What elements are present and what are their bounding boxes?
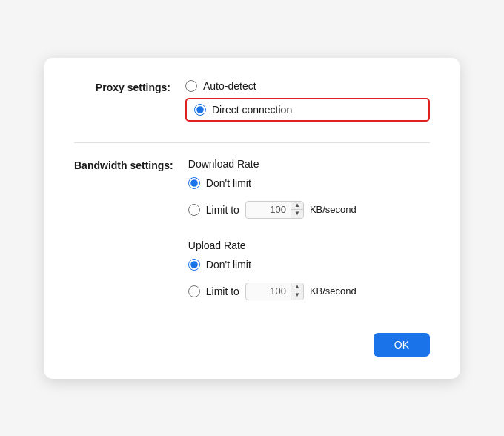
bandwidth-label: Bandwidth settings: <box>74 158 188 171</box>
auto-detect-option[interactable]: Auto-detect <box>185 80 430 92</box>
ok-row: OK <box>74 333 430 357</box>
direct-connection-option[interactable]: Direct connection <box>185 98 430 122</box>
ok-button[interactable]: OK <box>374 333 430 357</box>
download-limit-input[interactable] <box>246 202 291 217</box>
bandwidth-content: Download Rate Don't limit Limit to <box>188 158 430 321</box>
upload-unit-label: KB/second <box>310 285 357 297</box>
upload-input-wrap: ▲ ▼ <box>245 283 304 300</box>
upload-limit-row: Limit to ▲ ▼ KB/second <box>188 283 430 300</box>
divider <box>74 142 430 143</box>
download-limit-row: Limit to ▲ ▼ KB/second <box>188 201 430 219</box>
download-dont-limit-label: Don't limit <box>206 177 251 189</box>
download-unit-label: KB/second <box>310 204 357 215</box>
proxy-options: Auto-detect Direct connection <box>185 80 430 128</box>
download-dont-limit-option[interactable]: Don't limit <box>188 177 430 189</box>
download-options: Don't limit Limit to ▲ ▼ <box>188 177 430 225</box>
proxy-section: Proxy settings: Auto-detect Direct conne… <box>74 80 430 128</box>
download-input-wrap: ▲ ▼ <box>245 201 304 219</box>
upload-spinner-down[interactable]: ▼ <box>291 291 303 300</box>
upload-rate-title: Upload Rate <box>188 240 430 251</box>
upload-dont-limit-option[interactable]: Don't limit <box>188 259 430 271</box>
auto-detect-label: Auto-detect <box>203 80 256 92</box>
upload-spinner-up[interactable]: ▲ <box>291 283 303 291</box>
upload-limit-option[interactable]: Limit to <box>188 285 239 297</box>
upload-dont-limit-label: Don't limit <box>206 259 251 271</box>
download-spinner: ▲ ▼ <box>291 202 303 218</box>
upload-spinner: ▲ ▼ <box>291 283 303 300</box>
download-spinner-up[interactable]: ▲ <box>291 202 303 210</box>
upload-limit-input[interactable] <box>246 283 291 299</box>
upload-dont-limit-radio[interactable] <box>188 259 200 271</box>
download-spinner-down[interactable]: ▼ <box>291 210 303 218</box>
download-rate-section: Download Rate Don't limit Limit to <box>188 158 430 225</box>
upload-rate-section: Upload Rate Don't limit Limit to <box>188 240 430 306</box>
download-rate-title: Download Rate <box>188 158 430 170</box>
bandwidth-section: Bandwidth settings: Download Rate Don't … <box>74 158 430 321</box>
settings-dialog: Proxy settings: Auto-detect Direct conne… <box>44 58 460 379</box>
proxy-label: Proxy settings: <box>74 80 185 93</box>
direct-connection-radio[interactable] <box>194 104 206 116</box>
download-limit-label: Limit to <box>206 204 239 216</box>
download-limit-radio[interactable] <box>188 204 200 216</box>
direct-connection-label: Direct connection <box>212 104 292 116</box>
download-limit-option[interactable]: Limit to <box>188 204 239 216</box>
upload-limit-radio[interactable] <box>188 285 200 297</box>
download-dont-limit-radio[interactable] <box>188 177 200 189</box>
auto-detect-radio[interactable] <box>185 80 197 92</box>
upload-options: Don't limit Limit to ▲ ▼ <box>188 259 430 306</box>
upload-limit-label: Limit to <box>206 285 239 297</box>
